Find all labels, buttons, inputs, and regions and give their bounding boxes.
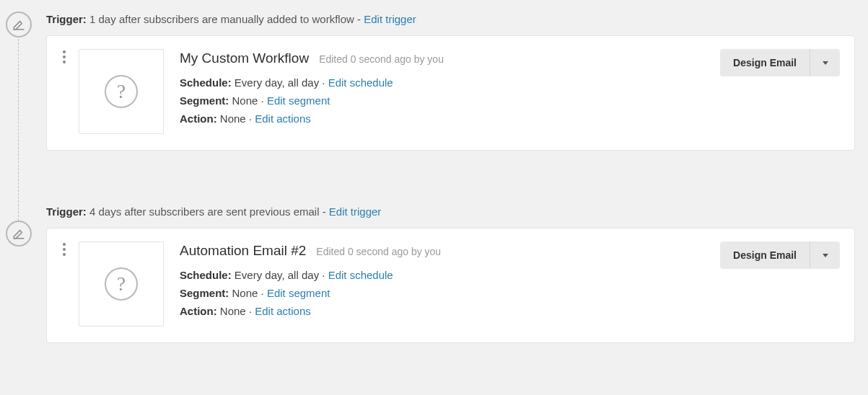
trigger-text: 1 day after subscribers are manually add…	[89, 13, 364, 25]
action-value: None	[220, 305, 246, 317]
schedule-label: Schedule:	[180, 76, 232, 89]
question-icon: ?	[105, 75, 138, 108]
edit-trigger-link[interactable]: Edit trigger	[364, 13, 416, 25]
trigger-text: 4 days after subscribers are sent previo…	[89, 205, 329, 218]
action-value: None	[220, 112, 246, 125]
action-label: Action:	[180, 112, 217, 125]
segment-label: Segment:	[180, 287, 229, 299]
card-title: My Custom Workflow	[180, 50, 309, 66]
edited-meta: Edited 0 second ago by you	[319, 53, 444, 65]
trigger-label: Trigger:	[46, 13, 87, 25]
workflow-card: Design Email ? My Custom Workflow Edited	[46, 35, 855, 151]
edit-actions-link[interactable]: Edit actions	[255, 305, 311, 317]
segment-value: None	[232, 287, 258, 299]
schedule-value: Every day, all day	[234, 76, 319, 89]
trigger-row: Trigger: 1 day after subscribers are man…	[46, 13, 868, 25]
segment-value: None	[232, 94, 258, 107]
schedule-label: Schedule:	[180, 269, 232, 281]
chevron-down-icon	[823, 254, 828, 257]
card-title: Automation Email #2	[180, 243, 306, 259]
design-email-dropdown[interactable]	[810, 241, 840, 269]
trigger-label: Trigger:	[46, 205, 87, 218]
edit-trigger-link[interactable]: Edit trigger	[329, 205, 382, 218]
edit-segment-link[interactable]: Edit segment	[267, 287, 330, 299]
email-thumbnail[interactable]: ?	[79, 49, 164, 134]
edit-segment-link[interactable]: Edit segment	[267, 94, 330, 107]
segment-label: Segment:	[180, 94, 229, 107]
chevron-down-icon	[823, 61, 828, 65]
design-email-button[interactable]: Design Email	[720, 49, 810, 76]
email-thumbnail[interactable]: ?	[79, 241, 164, 327]
schedule-value: Every day, all day	[234, 269, 319, 281]
trigger-row: Trigger: 4 days after subscribers are se…	[46, 205, 868, 218]
edited-meta: Edited 0 second ago by you	[316, 246, 441, 257]
edit-actions-link[interactable]: Edit actions	[255, 112, 311, 125]
workflow-card: Design Email ? Automation Email #2 Edite…	[46, 228, 855, 343]
design-email-dropdown[interactable]	[810, 49, 840, 76]
question-icon: ?	[105, 267, 138, 301]
design-email-button[interactable]: Design Email	[720, 241, 810, 269]
edit-schedule-link[interactable]: Edit schedule	[328, 269, 393, 281]
action-label: Action:	[180, 305, 217, 317]
edit-schedule-link[interactable]: Edit schedule	[328, 76, 393, 89]
more-options-icon[interactable]	[63, 243, 66, 256]
more-options-icon[interactable]	[63, 50, 66, 63]
pencil-icon[interactable]	[6, 12, 32, 37]
pencil-icon[interactable]	[6, 221, 32, 247]
